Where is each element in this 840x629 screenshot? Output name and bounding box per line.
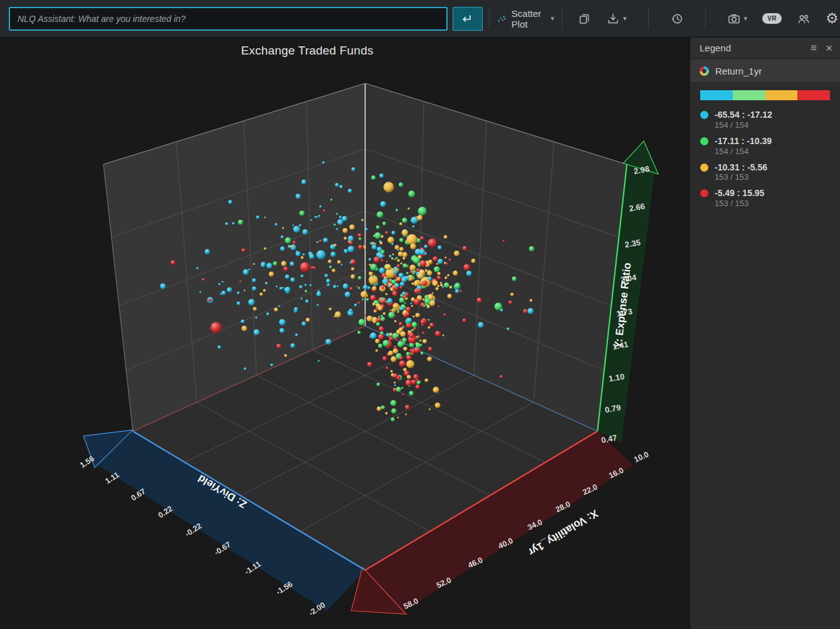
plot-type-label: Scatter Plot xyxy=(512,8,545,29)
plot-type-dropdown[interactable]: Scatter Plot ▾ xyxy=(496,6,555,32)
legend-range-label: -17.11 : -10.39 xyxy=(715,136,772,147)
export-button[interactable]: ▾ xyxy=(606,12,627,26)
svg-text:10.0: 10.0 xyxy=(633,450,650,464)
vr-mode-button[interactable]: VR xyxy=(762,13,782,24)
settings-button[interactable]: ⚙ xyxy=(826,11,839,26)
gradient-segment xyxy=(765,90,798,100)
legend-count-label: 153 / 153 xyxy=(715,172,767,182)
legend-color-dot xyxy=(700,111,708,119)
toolbar-divider xyxy=(705,8,706,29)
camera-icon xyxy=(727,12,741,26)
chevron-down-icon: ▾ xyxy=(623,15,627,22)
legend-panel: Legend ≡ × Return_1yr -65.54 : -17.12154… xyxy=(690,38,840,629)
legend-entry[interactable]: -5.49 : 15.95153 / 153 xyxy=(690,186,840,210)
screenshot-button[interactable]: ▾ xyxy=(727,12,748,26)
plot-pane: Exchange Traded Funds 10.016.022.028.034… xyxy=(0,38,690,629)
legend-gradient-bar xyxy=(700,90,830,100)
toolbar-actions: ▾ ▾ VR ⚙ xyxy=(577,8,839,29)
legend-color-dot xyxy=(700,189,708,197)
gradient-segment xyxy=(700,90,733,100)
legend-header: Legend ≡ × xyxy=(690,38,840,59)
nlq-assistant-bar: ↵ xyxy=(9,7,483,31)
toolbar-divider xyxy=(648,8,649,29)
svg-text:0.47: 0.47 xyxy=(601,433,618,445)
gradient-segment xyxy=(797,90,830,100)
legend-color-dot xyxy=(700,137,708,145)
gradient-segment xyxy=(733,90,765,100)
history-button[interactable] xyxy=(670,12,684,26)
close-icon[interactable]: × xyxy=(826,42,832,54)
legend-range-label: -65.54 : -17.12 xyxy=(715,110,772,120)
toolbar-divider xyxy=(489,8,490,29)
legend-feature-label: Return_1yr xyxy=(715,66,762,76)
legend-count-label: 154 / 154 xyxy=(715,147,772,156)
legend-feature-row[interactable]: Return_1yr xyxy=(690,60,840,82)
chevron-down-icon: ▾ xyxy=(551,15,555,22)
legend-range-label: -10.31 : -5.56 xyxy=(715,162,767,173)
color-wheel-icon xyxy=(700,66,709,76)
nlq-assistant-input[interactable] xyxy=(9,7,448,31)
download-icon xyxy=(606,12,620,26)
duplicate-plot-button[interactable] xyxy=(577,12,591,26)
legend-range-label: -5.49 : 15.95 xyxy=(715,188,764,199)
chevron-down-icon: ▾ xyxy=(744,15,748,22)
topbar: ↵ Scatter Plot ▾ ▾ xyxy=(0,0,840,38)
legend-entry[interactable]: -17.11 : -10.39154 / 154 xyxy=(690,134,840,158)
scatter3d-svg[interactable]: 10.016.022.028.034.040.046.052.058.00.47… xyxy=(0,38,690,629)
legend-entries: -65.54 : -17.12154 / 154-17.11 : -10.391… xyxy=(690,108,840,210)
users-icon xyxy=(797,12,811,26)
history-icon xyxy=(670,12,684,26)
legend-color-dot xyxy=(700,164,708,172)
gear-icon: ⚙ xyxy=(826,11,839,26)
enter-icon: ↵ xyxy=(463,11,473,26)
legend-count-label: 154 / 154 xyxy=(715,120,772,130)
legend-entry[interactable]: -65.54 : -17.12154 / 154 xyxy=(690,108,840,132)
toolbar-divider xyxy=(562,8,562,29)
collaboration-button[interactable] xyxy=(797,12,811,26)
menu-icon[interactable]: ≡ xyxy=(811,42,817,55)
copy-icon xyxy=(577,12,591,26)
scatter-plot-icon xyxy=(497,13,506,25)
nlq-submit-button[interactable]: ↵ xyxy=(453,7,483,31)
vr-badge: VR xyxy=(762,13,782,24)
legend-title: Legend xyxy=(700,43,811,53)
main-area: Exchange Traded Funds 10.016.022.028.034… xyxy=(0,38,840,629)
legend-entry[interactable]: -10.31 : -5.56153 / 153 xyxy=(690,160,840,184)
legend-count-label: 153 / 153 xyxy=(715,199,764,208)
